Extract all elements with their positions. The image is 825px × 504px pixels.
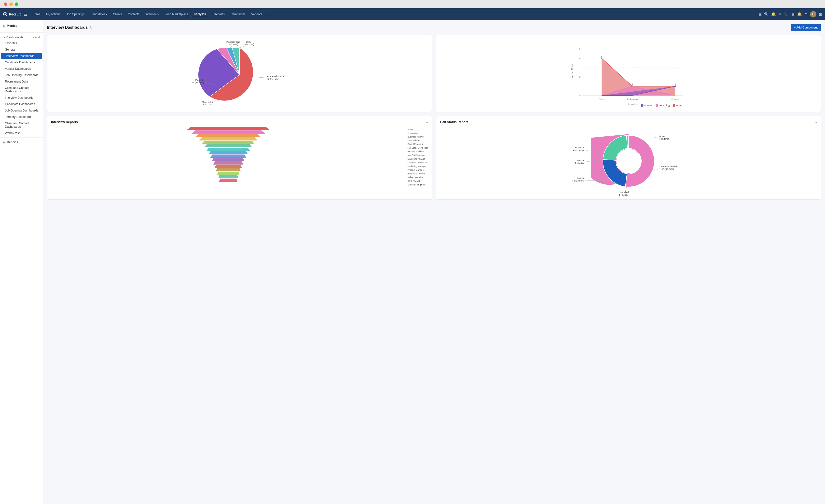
sidebar-general[interactable]: General: [0, 47, 43, 53]
nav-analytics[interactable]: Analytics: [192, 11, 208, 17]
svg-text:21 (28.38%): 21 (28.38%): [192, 81, 204, 84]
nav-more[interactable]: ...: [266, 11, 273, 17]
svg-text:5: 5: [579, 48, 581, 50]
nav-campaigns[interactable]: Campaigns: [228, 11, 248, 17]
svg-text:41 (55.41%): 41 (55.41%): [267, 78, 279, 80]
sidebar-candidate-dashboards-1[interactable]: Candidate Dashboards: [0, 101, 43, 107]
bell-icon[interactable]: 🔔: [771, 12, 776, 16]
minimize-btn[interactable]: [9, 2, 13, 6]
funnel-label-software-engineer: Software Engineer: [407, 183, 428, 187]
donut-chart-card: Call Status Report ⌄: [436, 116, 821, 200]
funnel-labels: None Accountant Business Analyst Data Sc…: [407, 127, 428, 187]
hamburger-icon[interactable]: ☰: [23, 12, 27, 17]
nav-vendors[interactable]: Vendors: [249, 11, 265, 17]
avatar[interactable]: U: [810, 11, 816, 17]
svg-point-1: [4, 13, 6, 15]
sidebar-job-opening-dashboards-0[interactable]: Job Opening Dashboards: [0, 72, 43, 78]
sidebar-job-opening-dashboards-1[interactable]: Job Opening Dashboards: [0, 107, 43, 114]
search-icon[interactable]: 🔍: [764, 12, 769, 16]
page-title: Interview Dashboards ↻: [47, 25, 92, 30]
sidebar-territory-dashboard[interactable]: Territory Dashboard: [0, 114, 43, 120]
nav-home[interactable]: Home: [30, 11, 43, 17]
mail-icon[interactable]: ✉: [778, 12, 781, 16]
svg-text:Zylker: Zylker: [246, 41, 252, 43]
nav-candidates[interactable]: Candidates ▾: [88, 11, 109, 17]
funnel-label-business-analyst: Business Analyst: [407, 135, 428, 139]
svg-point-44: [631, 85, 633, 87]
svg-text:3: 3: [579, 66, 581, 69]
funnel-label-marketing-manager: Marketing Manager: [407, 164, 428, 168]
monitor-icon[interactable]: 🖥: [791, 12, 795, 16]
svg-point-52: [616, 149, 641, 173]
svg-text:2 (2.70%): 2 (2.70%): [229, 43, 238, 46]
nav-job-openings[interactable]: Job Openings: [64, 11, 87, 17]
svg-text:6 (8.11%): 6 (8.11%): [203, 103, 212, 106]
window-chrome: [0, 0, 825, 8]
metrics-header[interactable]: ▶ Metrics: [0, 22, 43, 29]
svg-text:Cancelled: Cancelled: [619, 191, 628, 194]
metrics-section: ▶ Metrics: [0, 20, 43, 31]
grid-icon[interactable]: ⊞: [758, 12, 762, 17]
svg-text:Attended Dialled: Attended Dialled: [661, 165, 677, 168]
nav-icons: ⊞ 🔍 🔔 ✉ 📞 🖥 🔔 ⚙ U ⊞: [758, 11, 822, 17]
svg-text:Missed: Missed: [577, 177, 584, 179]
nav-clients[interactable]: Clients: [110, 11, 125, 17]
svg-line-16: [239, 46, 247, 48]
svg-point-45: [674, 85, 676, 87]
notification-icon[interactable]: 🔔: [797, 12, 802, 16]
svg-text:1 (0.45%): 1 (0.45%): [619, 194, 628, 196]
nav-contacts[interactable]: Contacts: [126, 11, 142, 17]
reports-header[interactable]: ▶ Reports: [0, 139, 43, 146]
area-chart-card: 0 1 2 3 4 5: [436, 35, 821, 112]
sidebar-client-contact-dashboards-1[interactable]: Client and Contact Dashboards: [0, 120, 43, 130]
svg-text:115 (52.04%): 115 (52.04%): [661, 168, 674, 170]
svg-text:50 (22.62%): 50 (22.62%): [572, 149, 584, 152]
sidebar-client-contact-dashboards-0[interactable]: Client and Contact Dashboards: [0, 85, 43, 94]
sidebar-interview-dashboards-1[interactable]: Interview Dashboards: [0, 94, 43, 101]
nav-zoho-marketplace[interactable]: Zoho Marketplace: [162, 11, 191, 17]
area-chart-container: 0 1 2 3 4 5: [440, 39, 817, 108]
funnel-chart-title: Interview Reports: [51, 120, 428, 124]
funnel-label-full-stack: Full Stack Developer: [407, 146, 428, 150]
refresh-icon[interactable]: ↻: [90, 26, 92, 29]
svg-text:Pinnacle Corp: Pinnacle Corp: [226, 41, 240, 43]
reports-label: Reports: [7, 141, 18, 144]
sidebar-interview-dashboards-0[interactable]: Interview Dashboards: [1, 53, 42, 59]
svg-rect-50: [673, 104, 675, 106]
add-dashboard-btn[interactable]: + Add: [33, 36, 40, 39]
svg-text:None: None: [599, 98, 604, 100]
svg-text:Avon Products Inc: Avon Products Inc: [267, 75, 284, 78]
sidebar-candidate-dashboards-0[interactable]: Candidate Dashboards: [0, 59, 43, 66]
nav-forecasts[interactable]: Forecasts: [209, 11, 227, 17]
svg-text:Received: Received: [575, 146, 584, 149]
sidebar-vendor-dashboards[interactable]: Vendor Dashboards: [0, 66, 43, 72]
close-btn[interactable]: [4, 2, 7, 6]
svg-text:Record Count: Record Count: [571, 63, 574, 79]
sidebar-webby-test[interactable]: Webby test: [0, 130, 43, 136]
svg-point-41: [601, 58, 602, 59]
nav-interviews[interactable]: Interviews: [143, 11, 161, 17]
phone-icon[interactable]: 📞: [784, 12, 789, 16]
maximize-btn[interactable]: [15, 2, 18, 6]
nav-my-actions[interactable]: My Actions: [44, 11, 63, 17]
sidebar-recruitment-data[interactable]: Recruitment Data: [0, 78, 43, 85]
pie-chart-card: Avon Products Inc 41 (55.41%) Pinnacle 2…: [47, 35, 432, 112]
add-component-button[interactable]: + Add Component: [791, 24, 821, 31]
svg-line-10: [211, 99, 217, 102]
funnel-menu-icon[interactable]: ⌄: [425, 120, 429, 124]
svg-text:1 (0.45%): 1 (0.45%): [659, 138, 669, 140]
settings-icon[interactable]: ⚙: [804, 12, 808, 16]
sidebar-favorites[interactable]: Favorites: [0, 40, 43, 47]
svg-line-70: [653, 168, 660, 171]
funnel-label-sales-executive: Sales Executive: [407, 175, 428, 179]
svg-text:1 (0.45%): 1 (0.45%): [575, 162, 584, 164]
donut-menu-icon[interactable]: ⌄: [814, 120, 817, 124]
page-header: Interview Dashboards ↻ + Add Component: [47, 24, 821, 31]
svg-text:0: 0: [579, 94, 581, 97]
logo-label: Recruit: [9, 12, 21, 16]
donut-chart-container: None 1 (0.45%) Received 50 (22.62%) Over…: [440, 127, 817, 196]
main-content: Interview Dashboards ↻ + Add Component: [43, 20, 825, 504]
svg-text:1: 1: [631, 83, 633, 85]
apps-icon[interactable]: ⊞: [819, 12, 822, 17]
svg-text:4: 4: [601, 55, 602, 58]
